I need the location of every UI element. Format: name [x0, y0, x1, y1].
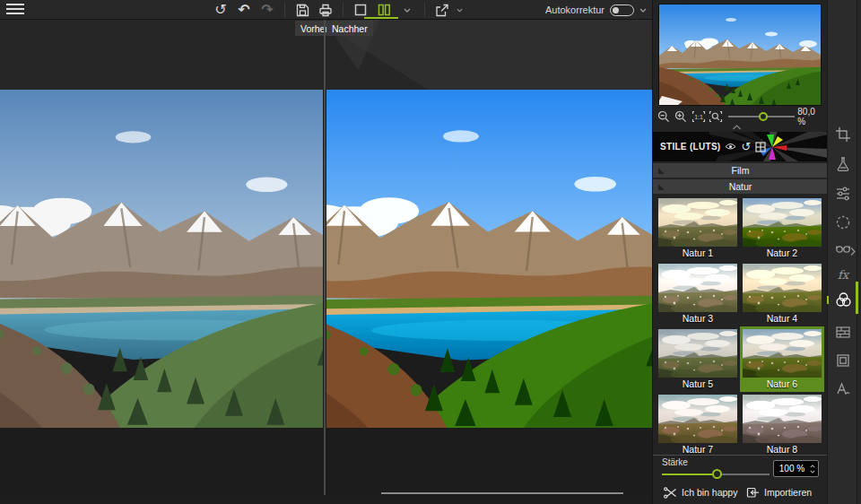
- fx-effects-icon[interactable]: fx: [834, 265, 852, 283]
- before-image[interactable]: [0, 90, 323, 428]
- zoom-slider[interactable]: [728, 111, 795, 122]
- panel-expand-icon[interactable]: [850, 247, 856, 256]
- svg-text:1:1: 1:1: [694, 113, 703, 119]
- zoom-slider-knob[interactable]: [759, 112, 768, 121]
- lut-natur-6-selected[interactable]: Natur 6: [740, 326, 824, 392]
- selection-icon[interactable]: [834, 213, 852, 231]
- active-tool-indicator: [856, 282, 858, 314]
- zoom-in-icon[interactable]: [674, 109, 688, 123]
- reset-icon[interactable]: ↺: [209, 0, 232, 20]
- luts-header: STILE (LUTS) ↺: [653, 132, 828, 161]
- edge-strip: [857, 0, 861, 504]
- lut-natur-3[interactable]: Natur 3: [656, 261, 740, 326]
- lut-natur-4[interactable]: Natur 4: [740, 261, 824, 326]
- luts-styles-icon-active[interactable]: [834, 291, 852, 308]
- menu-icon[interactable]: [6, 4, 24, 16]
- scissors-icon: [664, 487, 677, 499]
- toolbar-separator: [343, 3, 344, 17]
- lut-natur-2[interactable]: Natur 2: [740, 196, 824, 261]
- lut-thumbnail-grid: Natur 1 Natur 2 Natur 3 Natur 4 Natur 5 …: [656, 196, 826, 455]
- toolbar-separator: [284, 3, 285, 17]
- share-caret-icon[interactable]: [454, 0, 465, 20]
- crop-icon[interactable]: [834, 126, 852, 143]
- top-toolbar: ↺ ↶ ↷: [0, 0, 652, 20]
- reset-luts-icon[interactable]: ↺: [741, 140, 751, 153]
- zoom-100-icon[interactable]: 1:1: [691, 109, 705, 123]
- lut-natur-8[interactable]: Natur 8: [740, 392, 824, 455]
- spinner-down-icon[interactable]: [810, 470, 815, 474]
- import-button[interactable]: Importieren: [746, 484, 812, 500]
- photo-editor-window: ↺ ↶ ↷: [0, 0, 861, 504]
- autocorrect-toggle[interactable]: [610, 4, 634, 16]
- toolbar-separator: [424, 3, 425, 17]
- import-icon: [746, 486, 760, 499]
- strength-slider-knob[interactable]: [712, 469, 722, 479]
- lut-natur-7[interactable]: Natur 7: [656, 392, 740, 455]
- luts-header-title: STILE (LUTS): [660, 142, 720, 152]
- strength-value: 100 %: [774, 464, 810, 474]
- active-view-underline: [364, 17, 398, 19]
- zoom-out-icon[interactable]: [657, 109, 671, 123]
- collage-icon[interactable]: [834, 323, 852, 341]
- lut-natur-5[interactable]: Natur 5: [656, 326, 740, 392]
- navigator-collapse-icon[interactable]: [732, 125, 742, 130]
- styles-panel: 1:1 80,0 %: [652, 0, 827, 504]
- view-glasses-icon[interactable]: [834, 239, 852, 256]
- view-options-caret-icon[interactable]: [396, 0, 419, 20]
- autocorrect-label: Autokorrektur: [545, 4, 604, 15]
- navigator-thumbnail[interactable]: [658, 4, 822, 106]
- zoom-value: 80,0 %: [797, 107, 824, 126]
- strength-slider[interactable]: [662, 468, 770, 480]
- panel-divider: [653, 455, 828, 456]
- image-canvas: Vorher Nachher: [0, 20, 652, 495]
- text-tool-icon[interactable]: [834, 380, 852, 398]
- preview-eye-icon[interactable]: [725, 143, 736, 151]
- autocorrect-caret-icon[interactable]: [639, 8, 647, 13]
- adjustments-icon[interactable]: [834, 185, 852, 203]
- spinner-up-icon[interactable]: [810, 465, 815, 468]
- undo-icon[interactable]: ↶: [232, 0, 256, 20]
- strength-value-spinner[interactable]: 100 %: [773, 460, 819, 477]
- happy-button[interactable]: Ich bin happy: [664, 484, 737, 500]
- section-film[interactable]: Film: [653, 163, 828, 178]
- after-image[interactable]: [326, 90, 652, 428]
- zoom-controls: 1:1 80,0 %: [657, 109, 824, 124]
- print-icon[interactable]: [314, 0, 337, 20]
- tab-after[interactable]: Nachher: [326, 21, 373, 36]
- pane-divider[interactable]: [324, 20, 326, 495]
- strength-label: Stärke: [662, 457, 688, 467]
- backdrop-shape: [330, 20, 652, 90]
- lab-effects-icon[interactable]: [834, 155, 852, 173]
- lut-natur-1[interactable]: Natur 1: [656, 196, 740, 261]
- zoom-fit-icon[interactable]: [709, 109, 723, 123]
- active-tool-tick: [827, 296, 829, 304]
- frame-icon[interactable]: [834, 352, 852, 369]
- horizontal-scrollbar[interactable]: [381, 492, 623, 494]
- grid-view-icon[interactable]: [755, 142, 766, 152]
- section-natur[interactable]: Natur: [653, 179, 828, 194]
- save-icon[interactable]: [291, 0, 314, 20]
- redo-icon[interactable]: ↷: [256, 0, 279, 20]
- share-icon[interactable]: [430, 0, 454, 20]
